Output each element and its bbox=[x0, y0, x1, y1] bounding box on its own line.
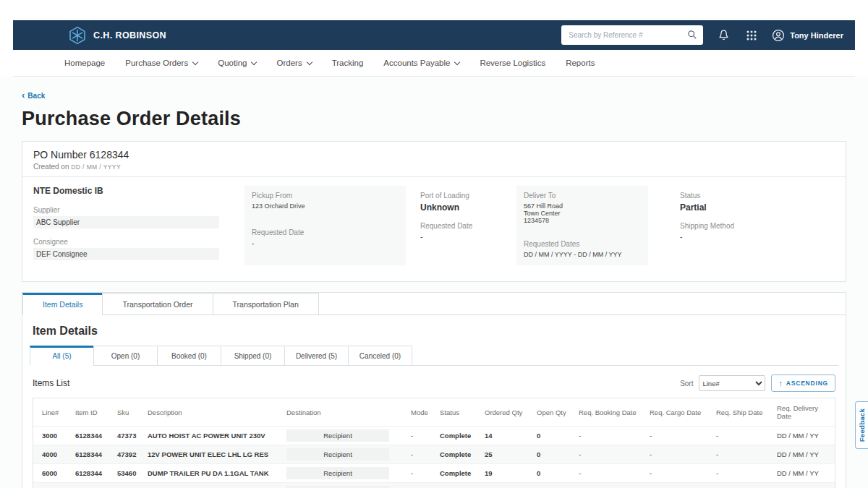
user-name: Tony Hinderer bbox=[790, 31, 843, 40]
apps-grid-button[interactable] bbox=[744, 28, 759, 43]
page: C.H. ROBINSON bbox=[0, 20, 868, 488]
pickup-from-value: 123 Orchard Drive bbox=[252, 202, 399, 210]
deliver-address-line2: Town Center bbox=[524, 210, 641, 217]
nav-item[interactable]: Tracking bbox=[322, 50, 374, 76]
cell-ordered-qty: 25 bbox=[485, 448, 537, 461]
tab[interactable]: Transportation Order bbox=[102, 293, 213, 315]
po-col-pickup: Pickup From 123 Orchard Drive Requested … bbox=[244, 186, 406, 265]
table-row[interactable]: 8000 6128344 53453 INDUST PU 230/460V 23… bbox=[33, 483, 835, 488]
cell-status: Complete bbox=[440, 429, 485, 442]
sort-select[interactable]: Line# bbox=[699, 375, 765, 391]
main-content: ‹ Back Purchase Order Details PO Number … bbox=[0, 77, 868, 488]
items-list-title: Items List bbox=[33, 378, 69, 388]
column-header: Ordered Qty bbox=[485, 403, 537, 422]
cell-req-booking-date: - bbox=[579, 466, 650, 480]
shipping-method-label: Shipping Method bbox=[680, 222, 835, 230]
port-of-loading-label: Port of Loading bbox=[420, 192, 516, 200]
nav-item-label: Quoting bbox=[218, 59, 247, 67]
nav-item-label: Reverse Logistics bbox=[480, 59, 545, 67]
cell-open-qty: 0 bbox=[537, 448, 579, 461]
status-value: Partial bbox=[680, 202, 835, 213]
port-req-date-label: Requested Date bbox=[420, 222, 516, 230]
cell-req-cargo-date: - bbox=[650, 466, 716, 480]
cell-req-booking-date: - bbox=[579, 429, 650, 442]
cell-status: Complete bbox=[440, 466, 485, 480]
search-icon[interactable] bbox=[687, 30, 697, 40]
column-header: Line# bbox=[42, 403, 75, 422]
nav-item[interactable]: Reports bbox=[556, 50, 605, 76]
status-filter-tab[interactable]: Canceled (0) bbox=[348, 346, 412, 366]
back-link[interactable]: ‹ Back bbox=[22, 92, 45, 100]
nav-item[interactable]: Purchase Orders bbox=[115, 50, 208, 76]
cell-mode: - bbox=[411, 448, 440, 461]
top-navbar: C.H. ROBINSON bbox=[13, 20, 855, 50]
cell-open-qty: 0 bbox=[537, 485, 579, 488]
table-row[interactable]: 3000 6128344 47373 AUTO HOIST AC POWER U… bbox=[33, 427, 835, 445]
search-input[interactable] bbox=[561, 25, 680, 45]
nav-item-label: Reports bbox=[566, 59, 595, 67]
reference-search bbox=[561, 25, 703, 45]
column-header: Sku bbox=[117, 403, 148, 422]
sort-direction-button[interactable]: ↑ ASCENDING bbox=[771, 374, 835, 392]
deliver-address-line1: 567 Hill Road bbox=[524, 202, 641, 210]
back-chevron-icon: ‹ bbox=[22, 93, 25, 98]
column-header: Req. Booking Date bbox=[579, 403, 650, 422]
cell-open-qty: 0 bbox=[537, 429, 579, 442]
chevron-down-icon bbox=[192, 59, 198, 64]
table-row[interactable]: 4000 6128344 47392 12V POWER UNIT ELEC L… bbox=[33, 445, 835, 464]
cell-req-booking-date: - bbox=[579, 485, 650, 488]
cell-destination: Recipient bbox=[286, 464, 411, 482]
item-details-panel: Item Details All (5) Open (0) Booked (0)… bbox=[22, 325, 846, 488]
page-title: Purchase Order Details bbox=[22, 108, 846, 130]
status-filter-tabs: All (5) Open (0) Booked (0) Shipped (0) … bbox=[30, 346, 838, 366]
cell-req-cargo-date: - bbox=[650, 485, 716, 488]
po-details-grid: NTE Domestic IB Supplier ABC Supplier Co… bbox=[22, 176, 846, 281]
nav-item[interactable]: Reverse Logistics bbox=[469, 50, 556, 76]
items-list-header: Items List Sort Line# ↑ ASCENDING bbox=[33, 374, 835, 392]
chevron-down-icon bbox=[306, 59, 312, 64]
chr-hexagon-logo-icon bbox=[68, 26, 87, 45]
column-header: Req. Cargo Date bbox=[650, 403, 716, 422]
cell-description: INDUST PU 230/460V 2320PSI 15 bbox=[148, 485, 286, 488]
cell-destination: Recipient bbox=[286, 483, 411, 488]
items-table: Line# Item ID Sku Description Destinatio… bbox=[33, 398, 835, 488]
nav-item[interactable]: Accounts Payable bbox=[373, 50, 469, 76]
cell-sku: 53460 bbox=[117, 466, 148, 480]
nav-item-label: Accounts Payable bbox=[383, 59, 450, 67]
tab[interactable]: Transportation Plan bbox=[213, 293, 319, 315]
status-filter-tab[interactable]: Shipped (0) bbox=[221, 346, 285, 366]
supplier-label: Supplier bbox=[33, 206, 244, 214]
consignee-label: Consignee bbox=[33, 238, 244, 246]
cell-ordered-qty: 15 bbox=[485, 485, 537, 488]
status-filter-tab[interactable]: Booked (0) bbox=[157, 346, 221, 366]
topbar-actions: Tony Hinderer bbox=[561, 25, 843, 45]
cell-line: 3000 bbox=[42, 429, 75, 442]
deliver-req-dates-label: Requested Dates bbox=[524, 240, 641, 248]
cell-item-id: 6128344 bbox=[75, 466, 117, 480]
user-menu[interactable]: Tony Hinderer bbox=[772, 29, 843, 42]
table-row[interactable]: 6000 6128344 53460 DUMP TRAILER PU DA 1.… bbox=[33, 464, 835, 483]
cell-description: DUMP TRAILER PU DA 1.1GAL TANK bbox=[148, 466, 286, 480]
status-filter-tab[interactable]: Delivered (5) bbox=[284, 346, 349, 366]
feedback-button[interactable]: Feedback bbox=[855, 401, 868, 449]
nav-item-label: Homepage bbox=[64, 59, 105, 67]
user-avatar-icon bbox=[772, 29, 785, 42]
tab[interactable]: Item Details bbox=[22, 293, 103, 315]
notifications-button[interactable] bbox=[716, 27, 731, 43]
cell-req-ship-date: - bbox=[716, 485, 777, 488]
nav-item[interactable]: Homepage bbox=[54, 50, 115, 76]
brand-logo[interactable]: C.H. ROBINSON bbox=[68, 26, 166, 45]
pickup-from-label: Pickup From bbox=[252, 192, 399, 200]
status-label: Status bbox=[680, 192, 835, 200]
nav-item[interactable]: Orders bbox=[266, 50, 321, 76]
cell-req-ship-date: - bbox=[716, 429, 777, 442]
nav-item[interactable]: Quoting bbox=[208, 50, 266, 76]
column-header: Destination bbox=[286, 403, 411, 422]
status-filter-tab[interactable]: Open (0) bbox=[93, 346, 158, 366]
cell-destination: Recipient bbox=[286, 445, 411, 463]
status-filter-tab[interactable]: All (5) bbox=[30, 346, 94, 366]
po-created: Created on DD / MM / YYYY bbox=[33, 163, 835, 171]
cell-line: 4000 bbox=[42, 448, 75, 461]
cell-line: 6000 bbox=[42, 466, 75, 480]
cell-mode: - bbox=[411, 466, 440, 480]
